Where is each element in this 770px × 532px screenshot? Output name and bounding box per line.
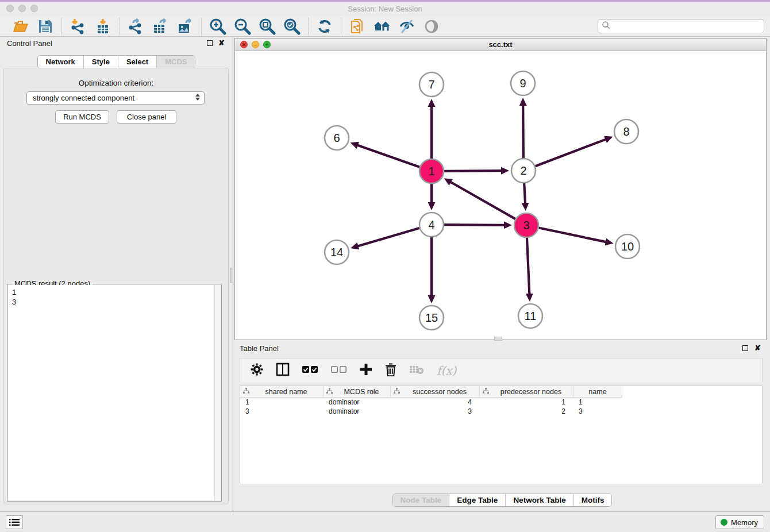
column-header-MCDS-role[interactable]: MCDS role: [324, 386, 391, 398]
graph-edge-3-10[interactable]: [539, 228, 607, 242]
zoom-fit-icon[interactable]: [259, 18, 276, 35]
control-panel: Control Panel ✘ NetworkStyleSelectMCDS O…: [0, 37, 233, 511]
column-header-successor-nodes[interactable]: successor nodes: [391, 386, 480, 398]
table-panel: Table Panel ✘: [234, 342, 770, 511]
tab-network-table[interactable]: Network Table: [506, 494, 573, 506]
tab-motifs[interactable]: Motifs: [574, 494, 612, 506]
graph-node-15[interactable]: 15: [419, 306, 444, 330]
export-table-icon[interactable]: [152, 18, 169, 35]
deselect-all-rows-icon[interactable]: [331, 365, 347, 376]
table-settings-gear-icon[interactable]: [251, 363, 263, 378]
tab-edge-table[interactable]: Edge Table: [449, 494, 506, 506]
column-header-name[interactable]: name: [573, 386, 622, 398]
svg-text:3: 3: [523, 219, 529, 232]
table-cell: 3: [240, 407, 324, 416]
graph-edge-2-9[interactable]: [523, 105, 523, 158]
graph-edge-2-8[interactable]: [536, 139, 607, 166]
import-table-icon[interactable]: [94, 18, 111, 35]
run-mcds-button[interactable]: Run MCDS: [55, 110, 109, 124]
close-panel-icon[interactable]: ✘: [218, 40, 225, 46]
sort-hierarchy-icon: [326, 388, 333, 396]
network-minimize-button[interactable]: –: [252, 41, 259, 48]
main-toolbar: [0, 16, 770, 37]
export-image-icon[interactable]: [176, 18, 194, 35]
table-cell: dominator: [324, 398, 391, 407]
network-window-title: scc.txt: [235, 38, 766, 51]
float-panel-icon[interactable]: [207, 40, 213, 46]
tab-style[interactable]: Style: [84, 56, 118, 68]
svg-text:6: 6: [333, 132, 340, 144]
close-panel-button[interactable]: Close panel: [117, 110, 176, 124]
tab-mcds[interactable]: MCDS: [157, 56, 195, 68]
select-all-rows-icon[interactable]: [302, 365, 318, 376]
graph-node-9[interactable]: 9: [511, 71, 535, 95]
network-maximize-button[interactable]: +: [263, 41, 271, 48]
network-window-titlebar[interactable]: ✕ – + scc.txt: [235, 38, 766, 51]
network-close-button[interactable]: ✕: [240, 41, 248, 48]
show-eye-icon[interactable]: [423, 18, 440, 35]
table-row[interactable]: 1dominator411: [240, 398, 762, 407]
memory-button[interactable]: Memory: [715, 515, 764, 529]
graph-node-14[interactable]: 14: [325, 240, 349, 264]
graph-edge-1-2[interactable]: [444, 171, 502, 171]
graph-node-4[interactable]: 4: [419, 213, 444, 237]
table-toolbar: f(x): [240, 358, 763, 383]
task-history-button[interactable]: [6, 515, 23, 529]
graph-edge-4-14[interactable]: [357, 228, 419, 246]
close-table-panel-icon[interactable]: ✘: [754, 345, 761, 351]
graph-node-11[interactable]: 11: [518, 304, 542, 328]
svg-text:11: 11: [525, 310, 537, 322]
sort-hierarchy-icon: [483, 388, 489, 396]
graph-node-3[interactable]: 3: [514, 213, 538, 237]
table-cell: 1: [480, 398, 573, 407]
mcds-result-groupbox: MCDS result (2 nodes) 13: [7, 284, 222, 502]
export-network-icon[interactable]: [127, 18, 144, 35]
show-column-panel-icon[interactable]: [276, 363, 290, 379]
import-network-icon[interactable]: [70, 18, 87, 35]
delete-column-trash-icon[interactable]: [385, 363, 396, 379]
hide-selected-icon[interactable]: [398, 18, 415, 35]
graph-edge-4-3[interactable]: [444, 225, 505, 225]
vertical-splitter-handle[interactable]: [230, 268, 233, 283]
graph-node-6[interactable]: 6: [325, 126, 349, 150]
graph-edge-2-3[interactable]: [524, 183, 525, 204]
open-session-icon[interactable]: [12, 18, 29, 35]
delete-table-icon: [409, 364, 424, 377]
mcds-result-textarea[interactable]: 13: [8, 285, 221, 500]
network-graph-canvas[interactable]: 1234678910111415: [235, 51, 766, 340]
graph-edge-3-1[interactable]: [450, 182, 515, 219]
table-body: 1dominator4113dominator323: [240, 398, 762, 416]
column-header-shared-name[interactable]: shared name: [240, 386, 324, 398]
graph-node-7[interactable]: 7: [419, 72, 444, 97]
svg-text:9: 9: [519, 77, 526, 90]
tab-network[interactable]: Network: [38, 56, 84, 68]
result-scrollbar[interactable]: [214, 285, 221, 500]
horizontal-splitter-handle[interactable]: [494, 337, 502, 341]
save-session-icon[interactable]: [37, 18, 54, 35]
tab-select[interactable]: Select: [118, 56, 157, 68]
zoom-out-icon[interactable]: [234, 18, 251, 35]
homes-icon[interactable]: [374, 18, 391, 35]
network-document-icon[interactable]: [349, 18, 366, 35]
dropdown-value: strongly connected component: [33, 94, 134, 102]
graph-edge-3-11[interactable]: [527, 238, 529, 295]
graph-node-8[interactable]: 8: [614, 119, 638, 144]
optimization-criterion-select[interactable]: strongly connected component: [26, 91, 205, 105]
control-panel-tabs: NetworkStyleSelectMCDS: [37, 55, 196, 68]
column-header-predecessor-nodes[interactable]: predecessor nodes: [480, 386, 573, 398]
graph-edge-1-6[interactable]: [357, 145, 419, 167]
result-line: 1: [12, 287, 217, 297]
zoom-selected-icon[interactable]: [283, 18, 301, 35]
graph-node-1[interactable]: 1: [419, 159, 444, 183]
search-input[interactable]: [611, 21, 764, 32]
zoom-in-icon[interactable]: [209, 18, 226, 35]
add-column-icon[interactable]: [360, 363, 372, 378]
search-field[interactable]: [598, 19, 764, 33]
node-table[interactable]: shared nameMCDS rolesuccessor nodesprede…: [240, 385, 763, 484]
table-row[interactable]: 3dominator323: [240, 407, 762, 416]
refresh-layout-icon[interactable]: [316, 18, 333, 35]
float-table-panel-icon[interactable]: [742, 345, 748, 351]
graph-node-2[interactable]: 2: [511, 159, 536, 183]
graph-node-10[interactable]: 10: [615, 234, 640, 259]
tab-node-table[interactable]: Node Table: [393, 494, 450, 506]
